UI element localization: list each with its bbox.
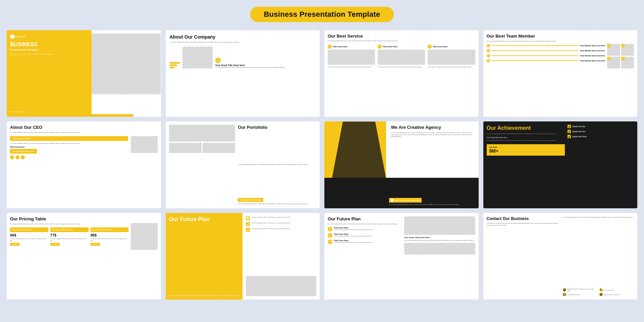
slide-future-plan-white: Our Future Plan It is a long established… <box>324 213 479 300</box>
slide-achievement: Our Achievement It is a long established… <box>483 121 638 208</box>
price-card-3-desc: Contrary to popular belief. Lorem ipsum … <box>91 238 129 241</box>
creative-bar-title: Your Great Title Goes Here <box>394 199 420 201</box>
portfolio-image-top <box>169 125 235 142</box>
team-photos-grid: 01 03 02 04 <box>607 44 634 68</box>
ceo-icons-row <box>10 155 128 159</box>
contact-right-desc: It is a long established fact that a rea… <box>563 216 634 218</box>
portfolio-title: Our Portofolio <box>238 125 316 130</box>
portfolio-image-grid <box>169 143 235 153</box>
contact-desc: Lorem ipsum is simply dummy text of the … <box>487 222 560 226</box>
contact-location-text: No Address Street, City Name, Country Co… <box>567 288 597 291</box>
future-white-great-desc: It is a long established fact that a rea… <box>404 239 475 241</box>
slide-contact: Contact Our Business Lorem ipsum is simp… <box>483 213 638 300</box>
price-card-2-header: Your Great Title Goes Here <box>50 227 89 232</box>
price-card-2-btn[interactable]: Purchase <box>50 243 60 246</box>
step-2: 02 Title Goes Here Contrary to popular b… <box>328 233 401 238</box>
ceo-icon-3 <box>21 155 25 159</box>
achievement-item-2: Simple Text Two <box>568 130 634 133</box>
step-content-3: Title Goes Here Contrary to popular beli… <box>334 239 401 244</box>
logo-area: LOGO TEXT <box>10 34 88 39</box>
service-image-2 <box>378 50 425 65</box>
team-photo-4: 04 <box>621 57 634 68</box>
service-col-1-header: 01 Title Goes Here <box>328 45 375 49</box>
photo-badge-3: 02 <box>607 57 610 60</box>
creative-desc: It is a long established fact that a rea… <box>391 132 476 138</box>
creative-content: We Are Creative Agency It is a long esta… <box>391 125 476 139</box>
slide-future-plan-yellow: Our Future Plan It is a long established… <box>166 213 320 300</box>
cover-image-placeholder <box>92 34 161 94</box>
contact-phone: Exec xxx-xxx-xxx <box>599 288 634 291</box>
future-white-left: Our Future Plan It is a long established… <box>328 216 401 296</box>
contact-location: No Address Street, City Name, Country Co… <box>563 288 597 291</box>
step-text-3: Contrary to popular belief. Lorem ipsum … <box>334 241 401 244</box>
step-text-1: Contrary to popular belief. Lorem ipsum … <box>334 229 401 231</box>
ceo-description: It is a long established fact that a rea… <box>10 143 128 145</box>
achievement-item-3: Simple Text Three <box>568 135 634 138</box>
team-title: Our Best Team Member <box>487 34 634 39</box>
service-num-3: 03 <box>428 45 432 49</box>
contact-website: Website Name Goes Here <box>599 293 634 296</box>
member-line-3 <box>491 55 579 56</box>
team-photo-1: 01 <box>607 44 620 56</box>
future-white-desc: It is a long established fact that a rea… <box>328 223 401 225</box>
team-desc: It is a long established fact that a rea… <box>487 40 634 42</box>
service-text-1: Lorem ipsum is simply dummy text of the … <box>328 66 375 68</box>
step-content-2: Title Goes Here Contrary to popular beli… <box>334 233 401 237</box>
price-card-2: Your Great Title Goes Here 77$ Contrary … <box>50 227 89 246</box>
service-title-1: Title Goes Here <box>333 46 347 48</box>
future-white-image-top <box>404 216 475 235</box>
portfolio-image-3 <box>203 143 235 153</box>
about-company-image <box>182 47 213 68</box>
future-plan-icon-2 <box>246 222 250 226</box>
portfolio-image-2 <box>169 143 202 153</box>
cover-sub-title: Presentation Template <box>10 48 88 51</box>
slides-grid: LOGO TEXT BUSINESS Presentation Template… <box>7 30 637 300</box>
stair-step-2 <box>170 64 177 66</box>
price-card-3-price: 88$ <box>91 233 129 237</box>
service-col-2-header: 02 Title Goes Here <box>378 45 425 49</box>
achievement-left: Our Achievement It is a long established… <box>487 125 565 205</box>
creative-bottom: Your Great Title Goes Here It is a long … <box>389 198 476 206</box>
future-plan-text-3: Contrary to popular belief. Lorem ipsum … <box>251 228 290 230</box>
svg-rect-0 <box>247 217 249 219</box>
price-card-1-btn[interactable]: Purchase <box>10 243 19 246</box>
achievement-desc: It is a long established fact that a rea… <box>487 133 565 135</box>
price-card-2-title: Your Great Title Goes Here <box>52 229 87 231</box>
contact-phone-text: Exec xxx-xxx-xxx <box>604 289 614 291</box>
photo-badge-2: 03 <box>621 44 625 47</box>
creative-title: We Are Creative Agency <box>391 125 476 130</box>
service-columns: 01 Title Goes Here Lorem ipsum is simply… <box>328 45 475 68</box>
slide-pricing: Our Pricing Table It is a long establish… <box>7 213 161 300</box>
team-member-2: 02 Team Member Name Goes Here <box>487 49 605 52</box>
achievement-sub-desc: It is a long established fact that a rea… <box>487 140 565 142</box>
ceo-left-col: CEO Name Goes Here It is a long establis… <box>10 136 128 205</box>
price-card-3-btn[interactable]: Purchase <box>91 243 100 246</box>
price-card-1-header: Your Great Title Goes Here <box>10 227 48 232</box>
future-white-great-title: Your Great Title Goes Here <box>404 236 475 238</box>
member-num-1: 01 <box>487 44 490 47</box>
service-text-2: Lorem ipsum is simply dummy text of the … <box>378 66 425 68</box>
step-text-2: Contrary to popular belief. Lorem ipsum … <box>334 235 401 237</box>
location-icon <box>563 288 566 291</box>
portfolio-great-title: Your Great Title Goes Here <box>238 198 263 202</box>
member-name-3: Team Member Name Goes Here <box>580 55 605 57</box>
member-line-2 <box>491 50 579 51</box>
cover-body-text: Lorem ipsum is simply dummy text of the … <box>10 53 88 55</box>
service-title-3: Title Goes Here <box>433 46 447 48</box>
about-company-sub: 01 Your Great Title Goes Here It is a lo… <box>215 58 316 68</box>
stair-step-3 <box>170 67 174 68</box>
contact-email-text: Your Email Goes Here <box>567 294 581 296</box>
assistant-badge: Assistant Name Goes Here <box>10 149 37 154</box>
future-plan-yellow-right: Contrary to popular belief. Lorem ipsum … <box>243 213 320 300</box>
logo-text: LOGO TEXT <box>16 36 25 38</box>
contact-email: Your Email Goes Here <box>563 293 597 296</box>
about-company-badge: 01 <box>215 58 221 63</box>
pricing-columns: Your Great Title Goes Here 66$ Contrary … <box>10 227 129 246</box>
about-company-title-area: About Our Company It is a long establish… <box>170 34 316 43</box>
pricing-desc: It is a long established fact that a rea… <box>10 223 129 225</box>
future-plan-item-1: Contrary to popular belief. Lorem ipsum … <box>246 216 316 220</box>
contact-row-1: No Address Street, City Name, Country Co… <box>563 288 634 291</box>
team-members-list: 01 Team Member Name Goes Here 02 Team Me… <box>487 44 605 68</box>
member-name-1: Team Member Name Goes Here <box>580 45 605 47</box>
price-card-2-price: 77$ <box>50 233 89 237</box>
